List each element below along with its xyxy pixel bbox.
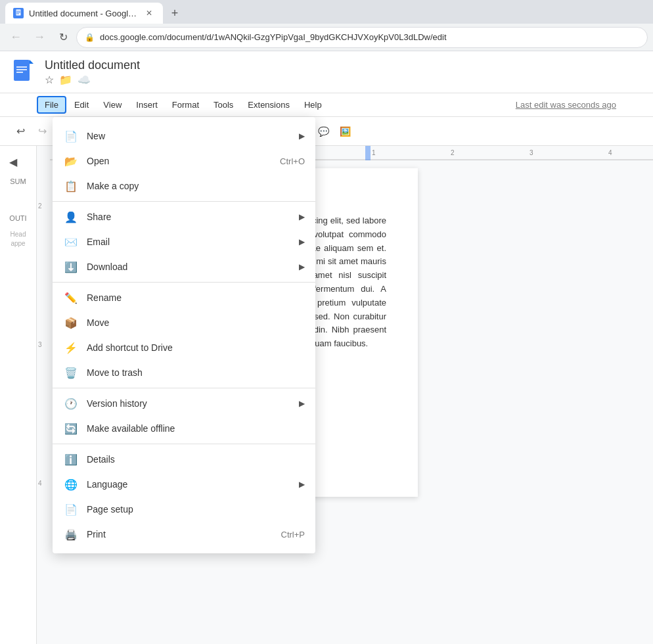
new-label: New <box>87 131 299 141</box>
menu-item-extensions[interactable]: Extensions <box>241 97 296 112</box>
share-label: Share <box>87 212 299 222</box>
back-button[interactable]: ← <box>5 27 26 48</box>
nav-bar: ← → ↻ 🔒 docs.google.com/document/d/1wANQ… <box>0 24 653 51</box>
folder-icon[interactable]: 📁 <box>59 74 72 86</box>
svg-text:3: 3 <box>529 149 533 156</box>
comment-button[interactable]: 💬 <box>313 122 333 141</box>
svg-marker-2 <box>30 60 34 64</box>
undo-button[interactable]: ↩ <box>11 122 30 141</box>
details-label: Details <box>87 454 305 465</box>
menu-open[interactable]: 📂 Open Ctrl+O <box>53 149 315 173</box>
left-sidebar: ◀ SUM OUTI Headappe <box>0 146 37 644</box>
menu-item-insert[interactable]: Insert <box>129 97 164 112</box>
move-label: Move <box>87 317 305 328</box>
menu-trash[interactable]: 🗑️ Move to trash <box>53 360 315 385</box>
page-setup-label: Page setup <box>87 504 305 515</box>
svg-rect-4 <box>16 69 27 70</box>
page-number-area: 2 3 4 <box>37 160 50 490</box>
page-setup-icon: 📄 <box>63 501 79 517</box>
rename-icon: ✏️ <box>63 290 79 306</box>
new-arrow: ▶ <box>299 131 305 141</box>
address-bar[interactable]: 🔒 docs.google.com/document/d/1wANQkil-Gz… <box>76 27 648 48</box>
shortcut-label: Add shortcut to Drive <box>87 342 305 353</box>
tab-bar: Untitled document - Google Doc... ✕ + <box>0 0 653 24</box>
language-label: Language <box>87 479 299 490</box>
trash-icon: 🗑️ <box>63 365 79 380</box>
last-edit-text: Last edit was seconds ago <box>516 100 616 110</box>
menu-details[interactable]: ℹ️ Details <box>53 447 315 472</box>
forward-button[interactable]: → <box>29 27 50 48</box>
menu-move[interactable]: 📦 Move <box>53 310 315 335</box>
menu-item-view[interactable]: View <box>97 97 128 112</box>
menu-download[interactable]: ⬇️ Download ▶ <box>53 254 315 279</box>
menu-email[interactable]: ✉️ Email ▶ <box>53 229 315 254</box>
new-icon: 📄 <box>63 128 79 144</box>
file-dropdown-menu: 📄 New ▶ 📂 Open Ctrl+O 📋 Make a copy 👤 Sh… <box>53 117 315 553</box>
svg-text:2: 2 <box>451 149 455 156</box>
rename-label: Rename <box>87 292 305 303</box>
docs-header: Untitled document ☆ 📁 ☁️ <box>0 51 653 93</box>
redo-button[interactable]: ↪ <box>32 122 52 141</box>
menu-version-history[interactable]: 🕐 Version history ▶ <box>53 391 315 416</box>
outline-label2: OUTI <box>3 214 34 222</box>
menu-item-format[interactable]: Format <box>166 97 206 112</box>
star-icon[interactable]: ☆ <box>45 74 54 86</box>
share-icon: 👤 <box>63 209 79 225</box>
docs-title-area: Untitled document ☆ 📁 ☁️ <box>45 58 140 86</box>
new-tab-button[interactable]: + <box>166 4 184 22</box>
menu-section-4: 🕐 Version history ▶ 🔄 Make available off… <box>53 388 315 444</box>
menu-bar: File Edit View Insert Format Tools Exten… <box>0 93 653 117</box>
active-tab[interactable]: Untitled document - Google Doc... ✕ <box>5 3 163 24</box>
copy-label: Make a copy <box>87 181 305 191</box>
tab-favicon <box>13 8 24 18</box>
menu-rename[interactable]: ✏️ Rename <box>53 285 315 310</box>
cloud-icon[interactable]: ☁️ <box>78 74 91 86</box>
open-label: Open <box>87 156 280 166</box>
menu-language[interactable]: 🌐 Language ▶ <box>53 472 315 497</box>
menu-section-5: ℹ️ Details 🌐 Language ▶ 📄 Page setup 🖨️ … <box>53 444 315 549</box>
menu-print[interactable]: 🖨️ Print Ctrl+P <box>53 522 315 547</box>
menu-item-help[interactable]: Help <box>298 97 328 112</box>
menu-item-tools[interactable]: Tools <box>207 97 240 112</box>
menu-make-copy[interactable]: 📋 Make a copy <box>53 173 315 198</box>
menu-new[interactable]: 📄 New ▶ <box>53 124 315 149</box>
details-icon: ℹ️ <box>63 451 79 467</box>
menu-item-edit[interactable]: Edit <box>68 97 95 112</box>
language-icon: 🌐 <box>63 476 79 492</box>
svg-text:4: 4 <box>608 149 612 156</box>
print-shortcut: Ctrl+P <box>281 530 305 540</box>
tab-close-icon[interactable]: ✕ <box>143 7 155 19</box>
doc-title: Untitled document <box>45 58 140 72</box>
trash-label: Move to trash <box>87 367 305 378</box>
tab-title: Untitled document - Google Doc... <box>29 9 138 18</box>
shortcut-icon: ⚡ <box>63 340 79 356</box>
reload-button[interactable]: ↻ <box>53 27 74 48</box>
copy-icon: 📋 <box>63 178 79 194</box>
svg-rect-3 <box>16 66 27 68</box>
menu-item-file[interactable]: File <box>37 96 66 114</box>
offline-icon: 🔄 <box>63 421 79 436</box>
move-icon: 📦 <box>63 315 79 331</box>
menu-share[interactable]: 👤 Share ▶ <box>53 204 315 229</box>
version-icon: 🕐 <box>63 396 79 411</box>
download-label: Download <box>87 262 299 272</box>
print-icon: 🖨️ <box>63 526 79 542</box>
print-label: Print <box>87 529 281 540</box>
email-arrow: ▶ <box>299 237 305 246</box>
outline-sum-label: SUM <box>3 177 34 185</box>
menu-add-shortcut[interactable]: ⚡ Add shortcut to Drive <box>53 335 315 360</box>
version-label: Version history <box>87 398 299 409</box>
menu-page-setup[interactable]: 📄 Page setup <box>53 497 315 522</box>
collapse-button[interactable]: ◀ <box>3 151 24 172</box>
image-button[interactable]: 🖼️ <box>335 122 355 141</box>
menu-section-2: 👤 Share ▶ ✉️ Email ▶ ⬇️ Download ▶ <box>53 202 315 283</box>
docs-logo <box>11 59 37 85</box>
lock-icon: 🔒 <box>85 33 95 42</box>
version-arrow: ▶ <box>299 399 305 408</box>
open-icon: 📂 <box>63 153 79 169</box>
email-icon: ✉️ <box>63 234 79 250</box>
offline-label: Make available offline <box>87 423 305 434</box>
download-icon: ⬇️ <box>63 259 79 275</box>
email-label: Email <box>87 237 299 247</box>
menu-offline[interactable]: 🔄 Make available offline <box>53 416 315 441</box>
